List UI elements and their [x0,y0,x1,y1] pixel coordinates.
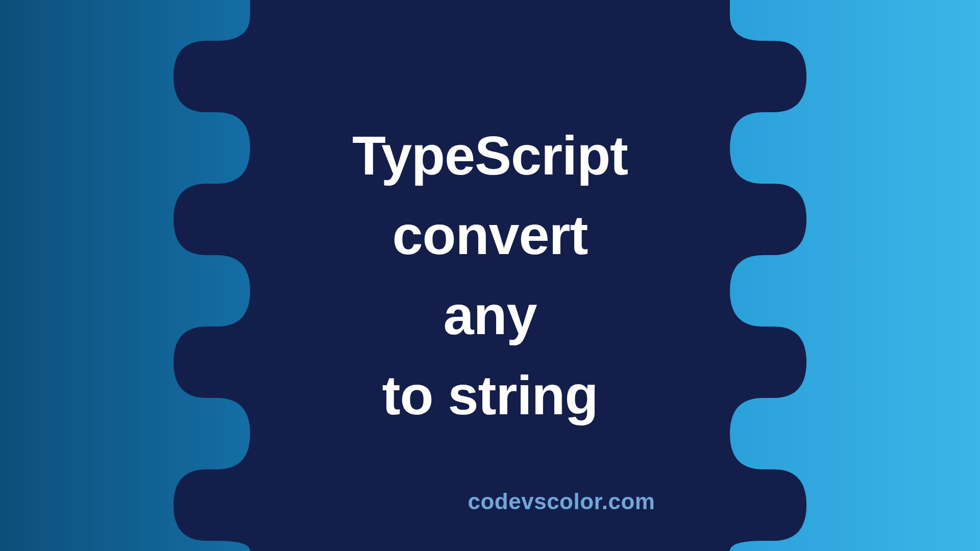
title-line-4: to string [352,356,628,436]
title-line-2: convert [352,195,628,276]
title-line-3: any [352,276,628,356]
footer-attribution: codevscolor.com [325,489,655,514]
content-area: TypeScript convert any to string [0,0,980,551]
page-title: TypeScript convert any to string [352,116,628,435]
title-line-1: TypeScript [352,116,628,196]
